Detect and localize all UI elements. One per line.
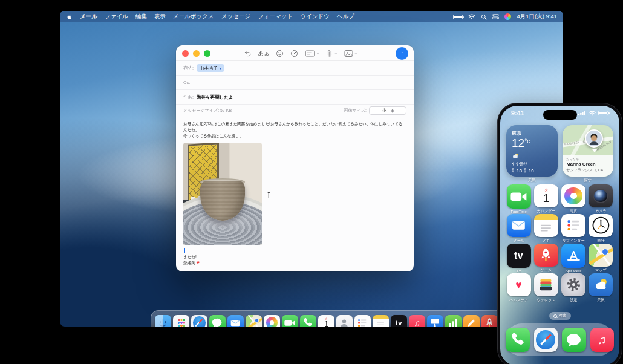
iphone-app-mail[interactable]: メール xyxy=(505,214,532,244)
markup-button[interactable] xyxy=(290,50,298,57)
dock-item-reminders[interactable] xyxy=(354,315,371,327)
numbers-icon[interactable] xyxy=(445,315,462,327)
minimize-button[interactable] xyxy=(193,50,200,57)
mail-icon[interactable] xyxy=(227,315,244,327)
tv-icon[interactable]: tv xyxy=(507,244,531,268)
clock-icon[interactable] xyxy=(589,214,613,237)
safari-icon[interactable] xyxy=(191,315,207,327)
iphone-app-games[interactable]: ゲーム xyxy=(532,244,559,273)
notes-icon[interactable] xyxy=(373,315,389,327)
facetime-icon[interactable] xyxy=(282,315,298,327)
phone-icon[interactable] xyxy=(300,315,316,327)
dock-item-messages[interactable] xyxy=(209,315,226,327)
camera-icon[interactable] xyxy=(589,184,613,207)
wifi-icon[interactable] xyxy=(468,14,475,19)
zoom-button[interactable] xyxy=(204,50,210,57)
menu-item-8[interactable]: ヘルプ xyxy=(337,13,354,19)
image-size-select[interactable]: 小 xyxy=(369,106,406,115)
iphone-app-settings[interactable]: 設定 xyxy=(560,273,587,303)
iphone-app-photos[interactable]: 写真 xyxy=(560,184,587,214)
maps-icon[interactable] xyxy=(246,315,262,327)
maps-icon[interactable] xyxy=(589,244,613,267)
close-button[interactable] xyxy=(182,50,189,57)
menu-bar-clock[interactable]: 4月1日(火) 9:41 xyxy=(517,13,557,21)
games-icon[interactable] xyxy=(534,244,558,267)
phone-icon[interactable] xyxy=(506,328,530,352)
findmy-widget[interactable]: NA GREEN DR MARINA BLV たった今 Marina Green… xyxy=(563,125,613,177)
reminders-icon[interactable] xyxy=(354,315,371,327)
menu-item-2[interactable]: 編集 xyxy=(135,13,147,19)
dock-item-games[interactable] xyxy=(481,315,498,327)
battery-icon[interactable] xyxy=(453,15,463,19)
music-icon[interactable]: ♫ xyxy=(409,315,425,327)
iphone-app-weather[interactable]: 天気 xyxy=(587,273,615,303)
pottery-photo[interactable] xyxy=(183,143,262,245)
user-avatar-icon[interactable] xyxy=(504,13,511,20)
search-icon[interactable] xyxy=(481,14,487,20)
menu-item-6[interactable]: フォーマット xyxy=(258,13,293,19)
pages-icon[interactable] xyxy=(463,315,480,327)
calendar-icon[interactable]: 火1 xyxy=(318,315,334,327)
weather-widget[interactable]: 東京 12°c やや曇り 最高13 最低10 xyxy=(506,125,558,177)
safari-icon[interactable] xyxy=(534,328,558,352)
insert-media-button[interactable]: ⌄ xyxy=(344,50,357,57)
header-fields-button[interactable]: ⌄ xyxy=(305,50,319,57)
iphone-app-calendar[interactable]: 火1カレンダー xyxy=(532,184,559,214)
apple-menu-icon[interactable] xyxy=(66,13,74,21)
mail-icon[interactable] xyxy=(507,214,531,237)
dock-item-music[interactable]: ♫ xyxy=(409,315,425,327)
dock-item-photos[interactable] xyxy=(264,315,280,327)
dock-item-launchpad[interactable] xyxy=(173,315,189,327)
iphone-app-facetime[interactable]: FaceTime xyxy=(505,184,532,214)
iphone-app-health[interactable]: ♥ヘルスケア xyxy=(505,273,532,303)
message-body[interactable]: お母さん元気?私はこの夏また陶芸を始めました!お母さんから教わったこと、だいたい… xyxy=(176,117,414,267)
dock-item-numbers[interactable] xyxy=(445,315,462,327)
dock-item-calendar[interactable]: 火1 xyxy=(318,315,334,327)
attach-button[interactable]: ⌄ xyxy=(326,50,338,57)
iphone-app-tv[interactable]: tvTV xyxy=(505,244,532,273)
iphone-app-reminders[interactable]: リマインダー xyxy=(560,214,587,244)
recipient-token[interactable]: 山本杏子 ▾ xyxy=(197,64,224,72)
dock-item-notes[interactable] xyxy=(373,315,389,327)
appstore-icon[interactable] xyxy=(561,244,585,268)
iphone-app-maps[interactable]: マップ xyxy=(587,244,615,273)
games-icon[interactable] xyxy=(481,315,498,327)
menu-item-4[interactable]: メールボックス xyxy=(173,13,214,19)
menu-item-0[interactable]: メール xyxy=(80,13,97,19)
launchpad-icon[interactable] xyxy=(173,315,189,327)
menu-item-7[interactable]: ウインドウ xyxy=(300,13,330,19)
music-icon[interactable]: ♫ xyxy=(590,328,615,352)
settings-icon[interactable] xyxy=(561,273,585,296)
subject-field[interactable]: 件名: 陶芸を再開したよ xyxy=(176,90,414,105)
notes-icon[interactable] xyxy=(534,214,558,237)
finder-icon[interactable] xyxy=(155,315,171,327)
iphone-app-notes[interactable]: メモ xyxy=(532,214,559,244)
dock-item-phone[interactable] xyxy=(300,315,316,327)
messages-icon[interactable] xyxy=(562,328,586,352)
weather-icon[interactable] xyxy=(589,273,613,296)
photos-icon[interactable] xyxy=(561,184,585,207)
iphone-app-appstore[interactable]: App Store xyxy=(560,244,587,273)
send-button[interactable]: ↑ xyxy=(396,47,408,60)
iphone-app-wallet[interactable]: ウォレット xyxy=(532,273,559,303)
dock-item-keynote[interactable] xyxy=(427,315,443,327)
facetime-icon[interactable] xyxy=(507,184,531,209)
dock-item-contacts[interactable] xyxy=(336,315,353,327)
tv-icon[interactable]: tv xyxy=(391,315,407,327)
cc-field[interactable]: Cc: xyxy=(176,76,414,90)
dock-item-safari[interactable] xyxy=(191,315,207,327)
calendar-icon[interactable]: 火1 xyxy=(534,184,558,207)
keynote-icon[interactable] xyxy=(427,315,443,327)
menu-item-5[interactable]: メッセージ xyxy=(221,13,250,19)
mail-titlebar[interactable]: あぁ ⌄ ⌄ ⌄ ↑ xyxy=(176,45,414,61)
control-center-icon[interactable] xyxy=(492,14,499,19)
health-icon[interactable]: ♥ xyxy=(507,273,531,296)
dock-item-facetime[interactable] xyxy=(282,315,298,327)
iphone-search-pill[interactable]: 検索 xyxy=(549,312,571,320)
menu-item-1[interactable]: ファイル xyxy=(105,13,128,19)
iphone-app-clock[interactable]: 時計 xyxy=(587,214,615,244)
contacts-icon[interactable] xyxy=(336,315,353,327)
to-field[interactable]: 宛先: 山本杏子 ▾ xyxy=(176,61,414,76)
dock-item-maps[interactable] xyxy=(246,315,262,327)
dock-item-mail[interactable] xyxy=(227,315,244,327)
